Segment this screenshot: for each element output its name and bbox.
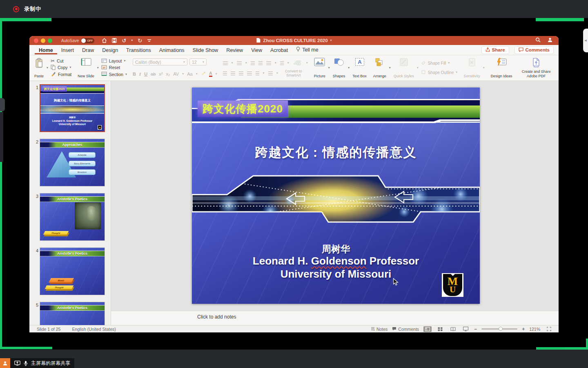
quick-styles-button[interactable]: Quick Styles	[393, 56, 414, 79]
share-button[interactable]: Share	[481, 46, 509, 54]
tab-tell-me[interactable]: Tell me	[292, 47, 318, 53]
autosave-toggle[interactable]: OFF	[81, 38, 94, 43]
bold-button[interactable]: B	[133, 72, 136, 76]
arrange-chevron[interactable]: ▾	[389, 66, 391, 70]
shape-outline-button[interactable]: Shape Outline ▾	[421, 69, 457, 76]
reading-view-button[interactable]	[449, 326, 457, 332]
slide-sorter-view-button[interactable]	[436, 326, 444, 332]
columns-icon[interactable]	[268, 72, 273, 75]
shapes-button[interactable]: Shapes	[332, 56, 346, 79]
tab-insert[interactable]: Insert	[57, 46, 78, 54]
text-box-button[interactable]: A Text Box	[352, 56, 367, 79]
screenshare-status-overlay[interactable]: 主屏幕的屏幕共享	[0, 358, 74, 368]
thumbnail-slide-2[interactable]: 2 Approaches Aristotle Story Elements Em…	[29, 139, 111, 186]
fullscreen-button[interactable]	[48, 38, 52, 43]
convert-smartart-label[interactable]: Convert to SmartArt	[282, 69, 305, 78]
save-icon[interactable]	[112, 38, 117, 43]
font-color-button[interactable]: A	[209, 71, 212, 77]
normal-view-button[interactable]	[423, 326, 432, 332]
sensitivity-button[interactable]: Sensitivity	[463, 56, 481, 79]
outdent-icon[interactable]	[251, 61, 255, 65]
format-painter-button[interactable]: Format	[51, 71, 71, 78]
subscript-button[interactable]: x₂	[166, 72, 170, 76]
zoom-in-button[interactable]: +	[522, 326, 525, 332]
slide-title-box[interactable]: 跨文化传播2020	[198, 101, 288, 117]
new-slide-button[interactable]: New Slide	[77, 56, 95, 79]
copy-button[interactable]: Copy ▾	[51, 64, 71, 71]
tab-draw[interactable]: Draw	[78, 46, 98, 54]
ribbon-display-icon[interactable]	[147, 39, 151, 42]
redo-icon[interactable]: ↻	[138, 38, 142, 43]
sidebar-collapse-handle[interactable]: ◀	[583, 29, 588, 52]
slide-subtitle-text[interactable]: 跨越文化：情感的传播意义	[192, 144, 480, 161]
superscript-button[interactable]: x²	[159, 72, 163, 76]
account-icon[interactable]	[547, 37, 553, 44]
slideshow-view-button[interactable]	[461, 326, 470, 332]
tab-design[interactable]: Design	[98, 46, 122, 54]
italic-button[interactable]: I	[139, 72, 141, 76]
thumbnail-slide-1[interactable]: 1 跨文化传播2020 跨越文化：情感的传播意义 周树华 Leonard H. …	[29, 84, 111, 132]
char-spacing-button[interactable]: AV	[173, 72, 179, 76]
screenshare-label-box[interactable]: 主屏幕的屏幕共享	[10, 358, 74, 368]
strikethrough-button[interactable]: ab	[151, 72, 156, 76]
thumbnail-box[interactable]: 跨文化传播2020 跨越文化：情感的传播意义 周树华 Leonard H. Go…	[40, 84, 105, 132]
zoom-slider[interactable]	[481, 328, 517, 330]
slide-canvas[interactable]: 跨文化传播2020 跨越文化：情感的传播意义	[192, 88, 480, 304]
slide-author-block[interactable]: 周树华 Leonard H. Goldenson Professor Unive…	[192, 243, 480, 280]
align-center-icon[interactable]	[231, 72, 235, 75]
thumbnail-box[interactable]: Aristotle's Poetics	[40, 302, 105, 325]
thumbnail-slide-5[interactable]: 5 Aristotle's Poetics	[29, 302, 111, 325]
zoom-level[interactable]: 121%	[529, 327, 540, 332]
section-button[interactable]: Section ▾	[101, 71, 127, 78]
reset-button[interactable]: Reset	[101, 64, 127, 71]
indent-icon[interactable]	[258, 61, 263, 65]
cut-button[interactable]: ✂ Cut	[51, 58, 71, 64]
document-title-menu[interactable]: Zhou CROSS CULTURE 2020 ▾	[256, 38, 332, 44]
tab-review[interactable]: Review	[222, 46, 247, 54]
font-name-select[interactable]: Calibri (Body) ▾	[133, 58, 187, 65]
tab-animations[interactable]: Animations	[155, 46, 189, 54]
tab-home[interactable]: Home	[35, 46, 57, 54]
font-size-select[interactable]: 12 ▾	[189, 58, 207, 65]
tab-acrobat[interactable]: Acrobat	[266, 46, 292, 54]
thumbnail-slide-4[interactable]: 4 Aristotle's Poetics Music Thought	[29, 247, 111, 295]
fit-to-window-button[interactable]	[545, 326, 553, 332]
picture-chevron[interactable]: ▾	[328, 66, 330, 70]
thumbnail-slide-3[interactable]: 3 Aristotle's Poetics Thought	[29, 193, 111, 241]
left-edge-panel-bar[interactable]	[0, 112, 3, 162]
paste-chevron[interactable]: ▾	[47, 66, 48, 70]
comments-button[interactable]: Comments	[514, 46, 554, 54]
comments-toggle[interactable]: Comments	[392, 327, 419, 332]
adobe-pdf-button[interactable]: Create and Share Adobe PDF	[518, 56, 554, 79]
minimize-button[interactable]	[41, 38, 45, 43]
arrange-button[interactable]: Arrange	[373, 56, 387, 79]
left-edge-panel-tab[interactable]	[0, 98, 5, 111]
picture-button[interactable]: Picture	[314, 56, 326, 79]
design-ideas-button[interactable]: Design Ideas	[490, 56, 513, 79]
mu-logo[interactable]: M U	[442, 273, 463, 297]
smartart-icon[interactable]	[293, 59, 303, 67]
new-slide-chevron[interactable]: ▾	[97, 66, 99, 70]
language-button[interactable]: English (United States)	[72, 327, 116, 332]
close-button[interactable]	[34, 38, 38, 43]
thumbnail-box[interactable]: Aristotle's Poetics Thought	[40, 193, 105, 241]
participants-button[interactable]	[0, 358, 10, 368]
notes-pane[interactable]: Click to add notes	[111, 311, 559, 325]
thumbnail-box[interactable]: Aristotle's Poetics Music Thought	[40, 247, 105, 295]
text-direction-icon[interactable]	[280, 61, 284, 65]
thumbnail-box[interactable]: Approaches Aristotle Story Elements Emot…	[40, 139, 105, 186]
undo-icon[interactable]: ↺	[122, 38, 126, 43]
zoom-out-button[interactable]: −	[474, 326, 477, 332]
layout-button[interactable]: Layout ▾	[101, 58, 127, 64]
search-icon[interactable]	[535, 37, 541, 44]
zoom-slider-knob[interactable]	[499, 327, 503, 331]
undo-menu-chevron[interactable]: ▾	[131, 39, 133, 42]
bullet-list-icon[interactable]	[223, 61, 228, 65]
home-icon[interactable]	[102, 38, 107, 43]
line-spacing-icon[interactable]	[266, 61, 271, 65]
align-left-icon[interactable]	[223, 72, 227, 75]
align-right-icon[interactable]	[239, 72, 243, 75]
numbered-list-icon[interactable]	[237, 61, 242, 65]
underline-button[interactable]: U	[144, 72, 147, 76]
tab-slide-show[interactable]: Slide Show	[189, 46, 223, 54]
